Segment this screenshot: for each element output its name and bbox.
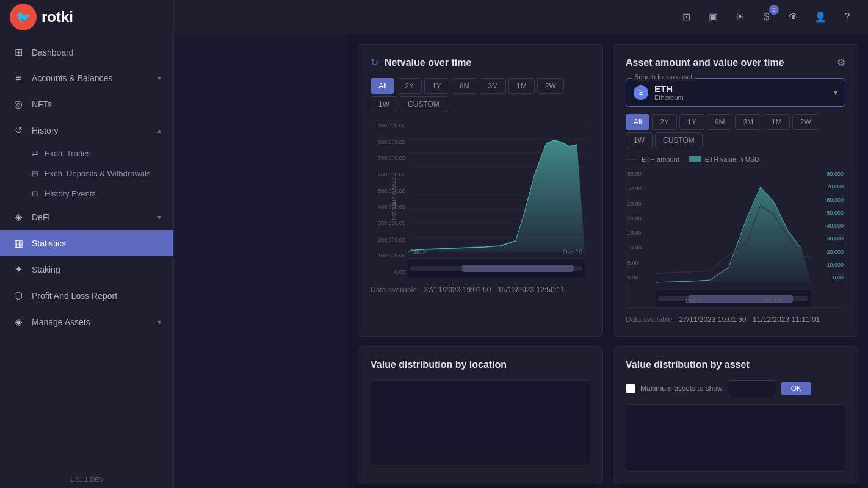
theme-button[interactable]: ☀ [729,6,751,28]
sidebar-item-defi[interactable]: ◈ DeFi ▾ [0,204,173,230]
max-assets-label: Maximum assets to show [640,384,723,393]
asset-dropdown[interactable]: Ξ ETH Ethereum ▾ [626,78,845,107]
template-icon: ▣ [709,11,718,23]
eth-amount-legend-label: ETH amount [642,156,679,163]
sidebar-item-nfts[interactable]: ◎ NFTs [0,91,173,117]
time-filter-3m[interactable]: 3M [480,78,506,94]
asset-time-filter-all[interactable]: All [626,114,649,130]
asset-time-filter-1w[interactable]: 1W [626,132,653,148]
history-events-icon: ⊡ [32,189,38,198]
asset-chart-legend: ETH amount ETH value in USD [626,156,845,163]
nfts-icon: ◎ [12,98,24,110]
time-filter-2w[interactable]: 2W [537,78,564,94]
user-button[interactable]: 👤 [809,6,831,28]
value-by-asset-header: Value distribution by asset [626,359,845,370]
manage-assets-icon: ◈ [12,316,24,328]
sidebar-item-history-events[interactable]: ⊡ History Events [0,184,173,204]
staking-icon: ✦ [12,264,24,275]
sidebar-item-exch-trades[interactable]: ⇄ Exch. Trades [0,143,173,163]
sidebar-item-label: Profit And Loss Report [32,291,117,301]
time-filter-all[interactable]: All [371,78,394,94]
sidebar-item-accounts[interactable]: ≡ Accounts & Balances ▾ [0,65,173,91]
y-axis-label: Net value in USD [391,178,397,220]
max-assets-input[interactable] [728,380,776,397]
max-assets-checkbox[interactable] [626,384,635,393]
time-filter-2y[interactable]: 2Y [397,78,422,94]
help-button[interactable]: ? [836,6,858,28]
version-label: 1.31.1.DEV [0,471,173,488]
netvalue-time-filters: All 2Y 1Y 6M 3M 1M 2W 1W CUSTOM [371,78,590,112]
sidebar-item-label: Manage Assets [32,317,90,327]
asset-time-filters: All 2Y 1Y 6M 3M 1M 2W 1W CUSTOM [626,114,845,148]
logo-icon: 🐦 [10,4,37,30]
sidebar-logo: 🐦 rotki [10,4,73,30]
sidebar-item-manage-assets[interactable]: ◈ Manage Assets ▾ [0,309,173,335]
time-filter-1w[interactable]: 1W [371,96,397,112]
sidebar-item-history[interactable]: ↺ History ▴ [0,117,173,143]
sidebar-item-dashboard[interactable]: ⊞ Dashboard [0,39,173,65]
exch-deposits-icon: ⊞ [32,169,38,178]
asset-time-filter-3m[interactable]: 3M [735,114,761,130]
asset-time-filter-custom[interactable]: CUSTOM [655,132,703,148]
asset-chart-svg [656,168,811,283]
sidebar-item-staking[interactable]: ✦ Staking [0,256,173,282]
dropdown-arrow-icon: ▾ [834,88,837,97]
x-label-dec10: Dec 10 [563,249,582,256]
asset-search-label: Search for an asset [632,73,695,81]
asset-chart-title: Asset amount and value over time [626,57,784,68]
asset-symbol: ETH [654,84,828,94]
netvalue-y-axis: 900,000.00 800,000.00 700,000.00 600,000… [371,120,408,278]
sidebar-child-label: History Events [45,189,96,198]
currency-icon: $ [764,12,770,23]
eth-value-legend-area [689,156,701,162]
max-assets-row: Maximum assets to show OK [626,380,845,397]
time-filter-custom[interactable]: CUSTOM [400,96,447,112]
sidebar-item-label: History [32,126,59,135]
sidebar-item-exch-deposits[interactable]: ⊞ Exch. Deposits & Withdrawals [0,163,173,184]
user-icon: 👤 [814,11,826,23]
template-button[interactable]: ▣ [702,6,724,28]
asset-data-available: Data available: 27/11/2023 19:01:50 - 11… [626,315,845,324]
sidebar: 🐦 rotki ⊞ Dashboard ≡ Accounts & Balance… [0,0,174,488]
data-available-value: 27/11/2023 19:01:50 - 15/12/2023 12:50:1… [424,285,565,294]
settings-icon[interactable]: ⚙ [837,57,845,68]
screenshot-button[interactable]: ⊡ [675,6,697,28]
asset-dual-chart: 35.00 30.00 25.00 20.00 15.00 10.00 5.00… [626,168,845,308]
topbar: ⊡ ▣ ☀ $ 0 👁 👤 ? [174,0,868,34]
asset-time-filter-6m[interactable]: 6M [707,114,733,130]
time-filter-1y[interactable]: 1Y [424,78,449,94]
chevron-down-icon: ▾ [157,213,161,221]
refresh-icon[interactable]: ↻ [371,57,378,68]
asset-time-filter-1m[interactable]: 1M [764,114,790,130]
sidebar-header: 🐦 rotki [0,0,173,34]
eth-value-legend-label: ETH value in USD [705,156,759,163]
chevron-down-icon: ▾ [157,74,161,82]
time-filter-6m[interactable]: 6M [452,78,478,94]
asset-time-filter-2w[interactable]: 2W [792,114,819,130]
netvalue-data-available: Data available: 27/11/2023 19:01:50 - 15… [371,285,590,294]
sidebar-item-label: NFTs [32,99,52,109]
sidebar-child-label: Exch. Deposits & Withdrawals [45,169,150,178]
sidebar-item-label: Dashboard [32,48,74,57]
eth-amount-legend-line [626,159,638,160]
asset-search-container: Search for an asset Ξ ETH Ethereum ▾ [626,78,845,107]
asset-right-y-axis: 80,000 70,000 60,000 50,000 40,000 30,00… [812,168,845,283]
time-filter-1m[interactable]: 1M [508,78,535,94]
netvalue-card: ↻ Netvalue over time All 2Y 1Y 6M 3M 1M … [358,44,603,337]
sidebar-item-statistics[interactable]: ▦ Statistics [0,230,173,256]
eye-button[interactable]: 👁 [783,6,805,28]
exch-trades-icon: ⇄ [32,149,38,158]
value-by-location-title: Value distribution by location [371,359,507,370]
max-assets-confirm-button[interactable]: OK [781,382,811,395]
value-by-location-header: Value distribution by location [371,359,590,370]
help-icon: ? [845,12,850,23]
asset-time-filter-2y[interactable]: 2Y [652,114,677,130]
netvalue-title: Netvalue over time [385,57,471,68]
sidebar-item-profit-loss[interactable]: ⬡ Profit And Loss Report [0,282,173,309]
asset-name: Ethereum [654,94,828,101]
asset-time-filter-1y[interactable]: 1Y [679,114,704,130]
profit-loss-icon: ⬡ [12,290,24,301]
currency-badge: 0 [769,5,779,15]
netvalue-scrollbar[interactable] [408,258,585,278]
statistics-icon: ▦ [12,237,24,249]
